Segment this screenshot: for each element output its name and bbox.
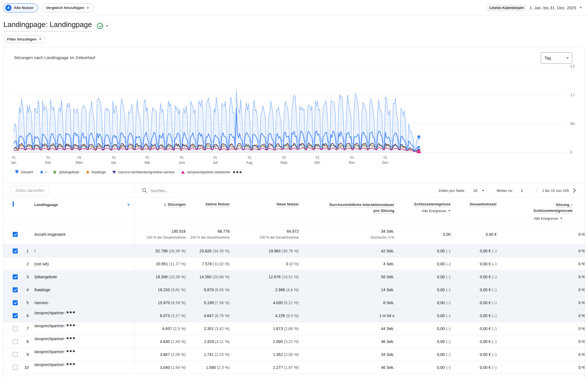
svg-text:01: 01 (282, 156, 286, 160)
schluesselereignisse-value: 0,00 (–) (394, 275, 451, 279)
schluesselereignisse-value: 0,00 (–) (394, 288, 451, 292)
landingpage-value: /ansprechpartner- (34, 349, 65, 354)
ereignisrate-value: 0 % (497, 313, 585, 318)
neue-nutzer-value: 4.226 (6,5 %) (230, 313, 299, 318)
audience-chip[interactable]: A Alle Nutzer (3, 3, 38, 12)
legend-label: /service-fachberatung/online-service (118, 170, 175, 174)
gesamtumsatz-value: 0,00 € (–) (451, 300, 497, 305)
schluesselereignisse-value: 0,00 (–) (394, 339, 451, 344)
neue-nutzer-value: 1.277 (1,97 %) (230, 365, 299, 370)
caret-down-icon[interactable] (482, 190, 484, 191)
plus-icon: + (39, 37, 42, 42)
gesamtumsatz-value: 0,00 € (–) (451, 326, 497, 331)
svg-text:1.500: 1.500 (570, 64, 575, 68)
table-toolbar: Zeilen darstellen Zeilen pro Seite: 10 W… (3, 183, 585, 198)
row-number: 7 (21, 326, 29, 331)
ereignisrate-value: 0 % (497, 249, 585, 253)
neue-nutzer-value: 19.983 (30,76 %) (230, 249, 299, 253)
svg-text:01: 01 (78, 156, 82, 160)
aktive-nutzer-value: 2.829 (4,11 %) (186, 339, 230, 344)
select-all-checkbox[interactable] (13, 201, 14, 207)
column-header-ereignisrate[interactable]: Sitzung – Schlüsselereignisrate Alle Ere… (497, 202, 585, 224)
interaktionsdauer-value: 44 Sek. (299, 326, 394, 331)
landingpage-value: /kataloge (34, 288, 50, 292)
add-dimension-button[interactable]: + (127, 203, 130, 207)
aktive-nutzer-value: 23.626 (34,35 %) (186, 249, 230, 253)
ereignisrate-value: 0 % (497, 365, 585, 370)
diamond-legend-icon (85, 170, 90, 174)
totals-row: Anzahl insgesamt185.916100 % der Gesamts… (3, 224, 585, 245)
svg-text:01: 01 (180, 156, 184, 160)
row-checkbox[interactable] (13, 313, 18, 318)
svg-text:0: 0 (570, 151, 572, 154)
ereignisse-filter-dropdown[interactable]: Alle Ereignisse (394, 209, 451, 213)
gesamtumsatz-value: 0,00 € (–) (451, 275, 497, 279)
column-header-schluesselereignisse[interactable]: Schlüsselereignisse Alle Ereignisse (394, 202, 451, 224)
add-filter-button[interactable]: Filter hinzufügen + (3, 35, 45, 43)
sessions-chart: 1.5001.000500001Jan.01Feb.01März01Apr.01… (11, 64, 575, 166)
table-row: 6/ansprechpartner-✱✱✱6.073 (3,27 %)4.647… (3, 309, 585, 322)
legend-label: /kataloge (92, 170, 106, 174)
redacted-stars: ✱✱✱ (66, 337, 76, 340)
report-status-control[interactable] (95, 21, 112, 30)
column-header-gesamtumsatz[interactable]: Gesamtumsatz (451, 202, 497, 224)
report-card: Sitzungen nach Landingpage im Zeitverlau… (3, 47, 585, 379)
sitzungen-value: 4.657 (2,5 %) (134, 326, 186, 331)
legend-item: /service-fachberatung/online-service (112, 170, 175, 174)
column-header-neue-nutzer[interactable]: Neue Nutzer (230, 202, 299, 224)
aktive-nutzer-value: 14.350 (20,86 %) (186, 275, 230, 279)
legend-label: /ansprechpartner-standorte/ (187, 170, 230, 174)
row-number: 2 (21, 262, 29, 266)
row-checkbox[interactable] (13, 248, 18, 254)
row-checkbox[interactable] (13, 300, 18, 305)
gesamtumsatz-value: 0,00 € (–) (451, 313, 497, 318)
row-checkbox[interactable] (13, 352, 18, 357)
page-title[interactable]: Landingpage: Landingpage (3, 20, 92, 32)
caret-down-icon (566, 57, 569, 59)
redacted-stars: ✱✱✱ (66, 362, 76, 366)
search-input[interactable] (151, 188, 269, 193)
previous-page-button[interactable] (535, 188, 538, 193)
rate-filter-dropdown[interactable]: Alle Ereignisse (497, 216, 573, 221)
search-icon (142, 188, 147, 193)
svg-text:01: 01 (213, 156, 217, 160)
plot-rows-button[interactable]: Zeilen darstellen (11, 186, 49, 195)
goto-page-input[interactable]: 1 (521, 188, 523, 193)
gesamtumsatz-value: 0,00 € (–) (451, 365, 497, 370)
aktive-nutzer-value: 5.199 (7,56 %) (186, 300, 230, 305)
sitzungen-value: 15.970 (8,59 %) (134, 300, 186, 305)
ereignisrate-value: 0 % (497, 275, 585, 279)
triangle-down-legend-icon (112, 170, 116, 174)
sort-descending-icon: ↓ (163, 202, 166, 207)
column-header-interaktionsdauer[interactable]: Durchschnittliche Interaktionsdauer pro … (299, 202, 394, 224)
column-header-sitzungen[interactable]: ↓Sitzungen (134, 202, 186, 224)
date-preset-badge: Letztes Kalenderjahr (487, 5, 526, 11)
interaktionsdauer-value: 58 Sek. (299, 275, 394, 279)
next-page-button[interactable] (573, 188, 576, 193)
column-header-landingpage[interactable]: Landingpage (34, 203, 58, 207)
date-range-picker[interactable]: 1. Jan. bis 31. Dez. 2025 (530, 5, 582, 10)
column-header-aktive-nutzer[interactable]: Aktive Nutzer (186, 202, 230, 224)
legend-label: /jobangebote (59, 170, 79, 174)
neue-nutzer-value: 12.676 (19,51 %) (230, 275, 299, 279)
table-row: 4/kataloge18.233 (9,81 %)5.878 (8,55 %)2… (3, 283, 585, 296)
row-checkbox[interactable] (13, 365, 18, 370)
row-checkbox[interactable] (13, 274, 18, 279)
interaktionsdauer-value: 8 Sek. (299, 300, 394, 305)
row-checkbox[interactable] (13, 287, 18, 292)
row-checkbox[interactable] (13, 339, 18, 344)
chart-legend: Gesamt//jobangebote/kataloge/service-fac… (15, 169, 585, 176)
svg-text:01: 01 (350, 156, 354, 160)
neue-nutzer-value: 0 (0 %) (230, 262, 299, 266)
granularity-select[interactable]: Tag (541, 52, 572, 64)
row-checkbox[interactable] (13, 326, 18, 331)
row-number: 9 (21, 352, 29, 357)
svg-text:Sept.: Sept. (280, 161, 288, 165)
totals-checkbox[interactable] (13, 232, 18, 237)
add-comparison-button[interactable]: Vergleich hinzufügen + (42, 3, 94, 12)
gesamtumsatz-value: 0,00 € (–) (451, 352, 497, 357)
table-row: 2(not set)20.951 (11,27 %)7.578 (11,02 %… (3, 257, 585, 270)
circle-legend-icon (39, 170, 44, 174)
rows-per-page-value[interactable]: 10 (473, 188, 478, 193)
aktive-nutzer-value: 1.741 (2,53 %) (186, 352, 230, 357)
